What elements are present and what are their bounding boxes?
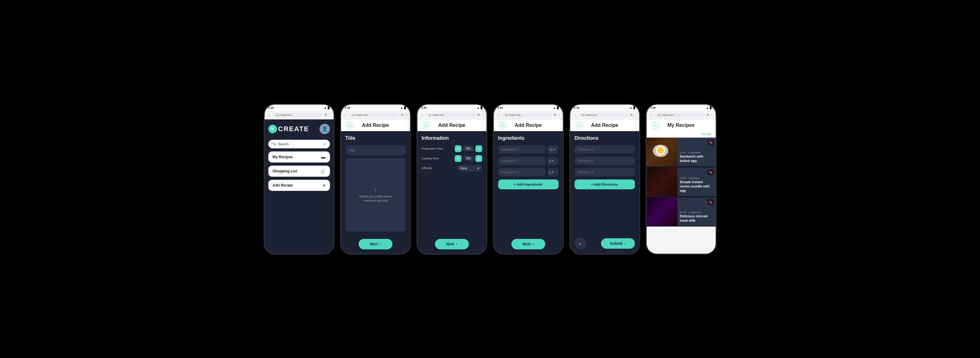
chevron-down-icon: ▾ <box>477 166 479 170</box>
tab-icon-2[interactable]: ⧉ <box>401 113 403 117</box>
back-button-5[interactable]: ‹ <box>574 121 583 130</box>
image-upload[interactable]: ↑ Upload your profile picture *maximum s… <box>345 158 406 231</box>
tab-icon-3[interactable]: ⧉ <box>477 113 480 117</box>
url-box-6[interactable]: 🔒 create.com <box>655 113 705 117</box>
ingredient-input-3[interactable] <box>498 168 546 176</box>
home-icon-4[interactable]: ⌂ <box>496 112 501 117</box>
tab-icon-6[interactable]: ⧉ <box>707 113 709 117</box>
qty-box-3[interactable]: g ▾ <box>547 168 558 176</box>
prep-plus-btn[interactable]: + <box>455 145 461 152</box>
qty-chevron-1: ▾ <box>554 148 555 151</box>
next-button-2[interactable]: Next › <box>359 239 393 249</box>
status-bar-6: 3:33 ▲ ▊ <box>647 105 716 111</box>
phone-home: 3:33 ▲ ▊ ⌂ 🔒 create.com ⧉ ⋮ ✎ CR <box>264 104 334 255</box>
url-box-4[interactable]: 🔒 create.com <box>503 113 552 117</box>
bookmark-icon-1[interactable]: 🔖 <box>708 139 714 146</box>
home-icon-6[interactable]: ⌂ <box>649 112 654 117</box>
url-box-3[interactable]: 🔒 create.com <box>426 113 476 117</box>
wifi-icon-6: ▲ <box>706 106 709 109</box>
my-recipes-label: My Recipes <box>273 155 293 159</box>
recipe-time-3: 24 min <box>680 211 686 213</box>
menu-icon-6[interactable]: ⋮ <box>710 113 713 117</box>
section-title-3: Information <box>422 135 482 141</box>
avatar[interactable]: 👤 <box>320 124 330 134</box>
difficulty-select[interactable]: Easy ▾ <box>458 165 482 171</box>
next-button-3[interactable]: Next › <box>435 239 469 249</box>
home-icon-2[interactable]: ⌂ <box>344 112 348 117</box>
lock-icon: 🔒 <box>276 114 278 116</box>
tab-icon[interactable]: ⧉ <box>325 113 327 117</box>
title-input[interactable] <box>345 145 406 155</box>
qty-value-1: 1g <box>549 148 553 151</box>
add-recipe-label: Add Recipe <box>273 183 293 187</box>
bookmark-icon-2[interactable]: 🔖 <box>708 169 714 176</box>
menu-icon-4[interactable]: ⋮ <box>557 113 560 117</box>
status-bar-5: 3:33 ▲ ▊ <box>570 105 639 111</box>
recipe-meta-2: 12 min 1 Ingredient <box>680 177 713 179</box>
home-icon-3[interactable]: ⌂ <box>420 112 424 117</box>
prep-minus-btn[interactable]: − <box>476 145 482 152</box>
url-box-1[interactable]: 🔒 create.com <box>273 113 323 117</box>
wifi-icon-5: ▲ <box>630 106 633 109</box>
home-icon[interactable]: ⌂ <box>267 112 271 117</box>
tab-icon-4[interactable]: ⧉ <box>554 113 556 117</box>
ingredient-input-1[interactable] <box>498 145 546 154</box>
recipe-card-3[interactable]: 24 min 4 Ingredients Delicious minced me… <box>647 197 716 227</box>
section-title-5: Directions <box>574 135 635 141</box>
filter-icon[interactable]: ⇄ <box>323 142 326 146</box>
add-recipe-button[interactable]: Add Recipe + <box>268 180 330 191</box>
signal-icon-3: ▊ <box>480 106 483 109</box>
logo-icon: ✎ <box>268 125 277 133</box>
menu-icon-3[interactable]: ⋮ <box>481 113 484 117</box>
back-round-button-5[interactable]: ‹ <box>574 238 586 249</box>
url-box-2[interactable]: 🔒 create.com <box>350 113 399 117</box>
recipe-image-2 <box>647 168 678 196</box>
recipes-back-btn[interactable]: ‹ <box>651 121 660 130</box>
cook-minus-btn[interactable]: − <box>476 155 482 162</box>
next-button-4[interactable]: Next › <box>511 239 545 249</box>
direction-input-2[interactable] <box>574 157 635 165</box>
recipe-meta-1: 15 min 4 Ingredients <box>680 152 713 154</box>
ingredient-row-1: 1g ▾ <box>498 145 558 154</box>
app-body-3: Information Preparation Time + 20s − Coo… <box>417 131 487 236</box>
signal-icon-5: ▊ <box>633 106 636 109</box>
recipe-card-2[interactable]: 12 min 1 Ingredient Simple instant ramen… <box>647 168 716 197</box>
phone-content-4: ‹ Add Recipe Ingredients 1g ▾ <box>494 119 563 253</box>
tab-icon-5[interactable]: ⧉ <box>630 113 633 117</box>
add-ingredients-button[interactable]: + Add Ingredients <box>498 179 558 189</box>
back-button-4[interactable]: ‹ <box>498 121 507 130</box>
submit-button[interactable]: Submit › <box>601 238 635 249</box>
recipes-header: ‹ My Recipes <box>647 119 716 131</box>
direction-input-1[interactable] <box>574 145 635 154</box>
home-icon-5[interactable]: ⌂ <box>573 112 577 117</box>
sort-bar[interactable]: Sort By <box>647 131 716 138</box>
back-button-2[interactable]: ‹ <box>345 121 354 130</box>
recipe-name-2: Simple instant ramen noodle with egg <box>680 180 713 193</box>
add-directions-label: + Add Directions <box>591 182 618 186</box>
next-arrow-3: › <box>456 242 458 246</box>
add-directions-button[interactable]: + Add Directions <box>574 179 635 189</box>
url-text-5: create.com <box>585 114 597 116</box>
status-icons-1: ▲ ▊ <box>324 106 330 109</box>
lock-icon-6: 🔒 <box>658 114 660 116</box>
wifi-icon-3: ▲ <box>477 106 480 109</box>
search-input[interactable] <box>278 142 321 146</box>
qty-box-2[interactable]: g ▾ <box>547 157 558 165</box>
ingredient-input-2[interactable] <box>498 157 546 165</box>
phone-content-1: ✎ CREATE 👤 🔍 ⇄ My Recipes ▬ Shopping Lis… <box>265 119 334 253</box>
recipe-card-1[interactable]: 15 min 4 Ingredients Sandwich with boile… <box>647 138 716 167</box>
qty-chevron-2: ▾ <box>552 159 553 163</box>
menu-icon-2[interactable]: ⋮ <box>404 113 407 117</box>
cook-plus-btn[interactable]: + <box>455 155 461 162</box>
back-button-3[interactable]: ‹ <box>422 121 430 130</box>
menu-icon[interactable]: ⋮ <box>328 113 331 117</box>
bookmark-icon-3[interactable]: 🔖 <box>708 199 714 205</box>
qty-box-1[interactable]: 1g ▾ <box>547 145 558 154</box>
shopping-list-button[interactable]: Shopping List 🛒 <box>268 166 330 177</box>
menu-icon-5[interactable]: ⋮ <box>634 113 637 117</box>
direction-input-3[interactable] <box>574 168 635 176</box>
url-box-5[interactable]: 🔒 create.com <box>579 113 628 117</box>
diff-label: Difficulty <box>422 166 445 169</box>
search-bar[interactable]: 🔍 ⇄ <box>268 140 330 148</box>
my-recipes-button[interactable]: My Recipes ▬ <box>268 152 330 163</box>
